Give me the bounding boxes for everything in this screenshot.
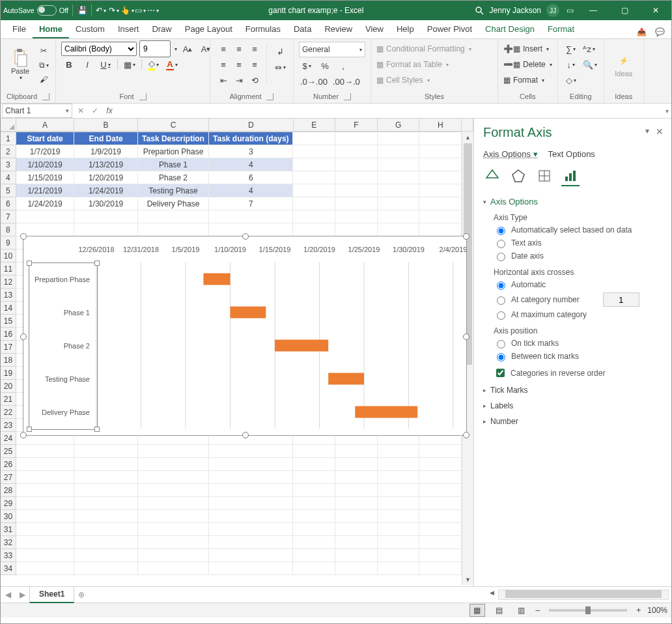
hac-category-number[interactable]: At category number [494, 292, 662, 307]
delete-cells-button[interactable]: ➖▦ Delete▾ [503, 57, 552, 72]
cell[interactable] [378, 158, 420, 171]
cell[interactable] [335, 549, 378, 562]
cell[interactable] [335, 523, 378, 536]
cell[interactable] [419, 562, 462, 575]
section-tick-marks[interactable]: Tick Marks [483, 386, 662, 395]
formula-expand-icon[interactable]: ▾ [665, 107, 669, 115]
row-header-26[interactable]: 26 [1, 458, 16, 471]
clear-icon[interactable]: ◇▾ [563, 73, 579, 87]
hac-maximum[interactable]: At maximum category [494, 309, 662, 320]
close-button[interactable]: ✕ [643, 1, 669, 20]
row-header-32[interactable]: 32 [1, 536, 16, 549]
cell[interactable]: 1/9/2019 [74, 145, 137, 158]
cell[interactable] [209, 210, 293, 223]
tab-data[interactable]: Data [287, 20, 318, 38]
cell[interactable] [293, 484, 335, 497]
find-select-icon[interactable]: 🔍▾ [581, 57, 598, 72]
comma-icon[interactable]: , [335, 59, 351, 73]
cell[interactable] [419, 484, 462, 497]
section-number[interactable]: Number [483, 417, 662, 426]
cell[interactable] [74, 536, 137, 549]
row-header-21[interactable]: 21 [1, 393, 16, 406]
cell[interactable]: Testing Phase [138, 184, 209, 197]
page-layout-view-icon[interactable]: ▤ [492, 604, 507, 617]
zoom-level[interactable]: 100% [647, 606, 667, 615]
cell[interactable] [74, 497, 137, 510]
cell[interactable] [335, 484, 378, 497]
new-sheet-button[interactable]: ⊕ [74, 590, 89, 599]
col-header-G[interactable]: G [378, 119, 420, 132]
cell[interactable]: Delivery Phase [138, 197, 209, 210]
cell[interactable]: 1/30/2019 [74, 197, 137, 210]
cell[interactable] [293, 471, 335, 484]
cell[interactable] [138, 536, 209, 549]
cell[interactable] [74, 523, 137, 536]
row-header-34[interactable]: 34 [1, 562, 16, 575]
cell[interactable]: End Date [74, 132, 137, 145]
section-labels[interactable]: Labels [483, 401, 662, 410]
radio-hac-max[interactable] [497, 311, 505, 320]
zoom-slider[interactable] [549, 609, 627, 612]
fill-color-icon[interactable]: ◇▾ [146, 57, 161, 72]
cell[interactable] [16, 445, 75, 458]
radio-ap-on[interactable] [497, 340, 505, 348]
cell[interactable] [378, 132, 420, 145]
page-break-view-icon[interactable]: ▥ [514, 604, 529, 617]
zoom-thumb[interactable] [585, 606, 591, 614]
cell[interactable] [74, 484, 137, 497]
formula-input[interactable] [117, 104, 671, 117]
align-right-icon[interactable]: ≡ [247, 57, 262, 72]
maximize-button[interactable]: ▢ [611, 1, 637, 20]
fill-line-icon[interactable] [483, 167, 501, 186]
cell[interactable] [335, 445, 378, 458]
tab-page-layout[interactable]: Page Layout [178, 20, 239, 38]
cell[interactable] [16, 510, 75, 523]
cell[interactable]: Task Description [138, 132, 209, 145]
ribbon-display-icon[interactable]: ▭ [565, 5, 575, 16]
cell[interactable] [419, 171, 462, 184]
sort-filter-icon[interactable]: ᴬᴢ▾ [581, 42, 597, 56]
row-header-24[interactable]: 24 [1, 432, 16, 445]
row-header-13[interactable]: 13 [1, 289, 16, 302]
cell[interactable] [335, 158, 378, 171]
cell[interactable] [378, 484, 420, 497]
row-header-28[interactable]: 28 [1, 484, 16, 497]
number-launcher-icon[interactable] [344, 93, 351, 100]
tab-chart-design[interactable]: Chart Design [479, 20, 541, 38]
cell[interactable] [138, 562, 209, 575]
cell[interactable] [74, 445, 137, 458]
gantt-chart[interactable]: 12/26/201812/31/20181/5/20191/10/20191/1… [23, 236, 467, 436]
pane-options-icon[interactable]: ▾ [645, 126, 649, 135]
insert-function-icon[interactable]: fx [102, 104, 117, 117]
font-size-input[interactable] [139, 40, 171, 57]
wrap-text-icon[interactable]: ↲ [272, 44, 288, 59]
radio-axis-text[interactable] [497, 240, 505, 248]
cell[interactable] [419, 132, 462, 145]
cell[interactable] [378, 197, 420, 210]
hac-automatic[interactable]: Automatic [494, 279, 662, 290]
cell[interactable]: Prepartion Phase [138, 145, 209, 158]
row-header-17[interactable]: 17 [1, 341, 16, 354]
save-icon[interactable]: 💾 [77, 5, 87, 16]
number-format-select[interactable]: General▾ [299, 42, 365, 57]
col-header-F[interactable]: F [335, 119, 378, 132]
cell[interactable] [16, 497, 75, 510]
sheet-tab-sheet1[interactable]: Sheet1 [29, 587, 74, 603]
row-header-18[interactable]: 18 [1, 354, 16, 367]
cell[interactable] [138, 510, 209, 523]
cell[interactable] [209, 458, 293, 471]
cell[interactable] [293, 458, 335, 471]
row-header-27[interactable]: 27 [1, 471, 16, 484]
format-as-table-button[interactable]: ▦ Format as Table▾ [376, 57, 471, 72]
row-header-5[interactable]: 5 [1, 184, 16, 197]
radio-ap-between[interactable] [497, 353, 505, 362]
cell[interactable] [335, 132, 378, 145]
row-header-2[interactable]: 2 [1, 145, 16, 158]
align-middle-icon[interactable]: ≡ [231, 42, 247, 56]
sheet-nav-prev[interactable]: ◀ [1, 590, 15, 599]
paste-button[interactable]: Paste ▾ [6, 42, 35, 87]
radio-axis-auto[interactable] [497, 227, 505, 235]
cell[interactable] [16, 471, 75, 484]
cell[interactable] [293, 197, 335, 210]
font-color-icon[interactable]: A▾ [164, 57, 180, 72]
